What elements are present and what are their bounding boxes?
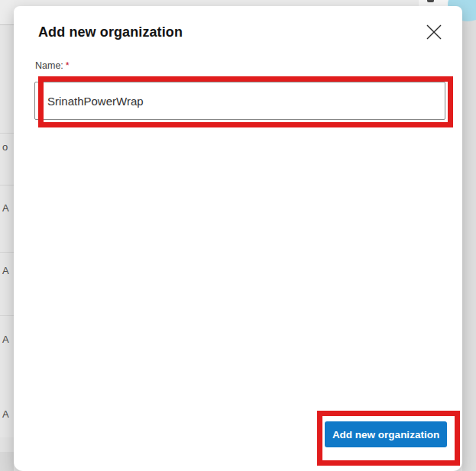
background-table-strip — [0, 0, 14, 471]
background-strip-band — [0, 452, 14, 471]
row-divider — [0, 252, 14, 253]
name-label-text: Name: — [35, 60, 63, 71]
close-icon — [424, 22, 444, 42]
row-divider — [0, 185, 14, 185]
name-label: Name:* — [35, 60, 70, 71]
add-organization-button[interactable]: Add new organization — [325, 421, 447, 447]
close-button[interactable] — [424, 22, 444, 42]
row-divider — [0, 315, 14, 316]
background-right-strip — [462, 0, 476, 471]
background-table-header — [0, 0, 14, 25]
dialog-title: Add new organization — [38, 24, 183, 40]
partial-header-icon — [427, 0, 434, 2]
organization-name-input[interactable] — [34, 82, 445, 120]
background-cell-text: o — [2, 142, 14, 153]
row-divider — [0, 133, 14, 134]
background-cell-text: A — [2, 203, 14, 214]
background-cell-text: A — [2, 409, 14, 420]
background-cell-text: A — [2, 266, 14, 276]
page: o A A A A Add new organization Name:* Ad… — [0, 0, 476, 471]
add-organization-dialog: Add new organization Name:* Add new orga… — [14, 6, 462, 471]
background-cell-text: A — [2, 334, 14, 345]
background-header-band — [14, 0, 426, 6]
required-asterisk: * — [66, 60, 70, 71]
background-strip-band — [0, 437, 14, 452]
